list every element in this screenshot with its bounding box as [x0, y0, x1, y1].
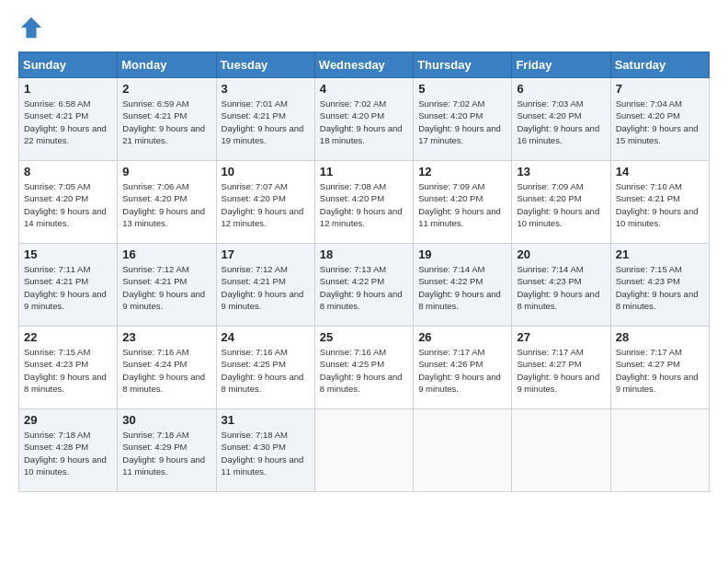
calendar-header-row: Sunday Monday Tuesday Wednesday Thursday… [19, 52, 710, 78]
calendar-day-cell: 18Sunrise: 7:13 AMSunset: 4:22 PMDayligh… [314, 244, 413, 327]
calendar-table: Sunday Monday Tuesday Wednesday Thursday… [18, 52, 710, 492]
day-number: 26 [418, 330, 506, 344]
calendar-day-cell [314, 409, 413, 492]
day-info: Sunrise: 7:07 AMSunset: 4:20 PMDaylight:… [222, 180, 310, 229]
calendar-day-cell: 14Sunrise: 7:10 AMSunset: 4:21 PMDayligh… [610, 161, 709, 244]
day-info: Sunrise: 7:15 AMSunset: 4:23 PMDaylight:… [616, 263, 704, 312]
day-info: Sunrise: 7:01 AMSunset: 4:21 PMDaylight:… [222, 98, 310, 146]
header-monday: Monday [118, 52, 216, 78]
header-wednesday: Wednesday [314, 52, 413, 78]
day-number: 13 [517, 165, 605, 178]
calendar-day-cell: 7Sunrise: 7:04 AMSunset: 4:20 PMDaylight… [610, 78, 709, 161]
day-info: Sunrise: 7:18 AMSunset: 4:29 PMDaylight:… [122, 429, 210, 477]
day-info: Sunrise: 7:16 AMSunset: 4:24 PMDaylight:… [122, 346, 210, 395]
calendar-day-cell: 10Sunrise: 7:07 AMSunset: 4:20 PMDayligh… [216, 161, 314, 244]
calendar-day-cell: 28Sunrise: 7:17 AMSunset: 4:27 PMDayligh… [610, 327, 709, 409]
day-info: Sunrise: 7:12 AMSunset: 4:21 PMDaylight:… [122, 263, 210, 312]
day-info: Sunrise: 7:03 AMSunset: 4:20 PMDaylight:… [517, 98, 605, 146]
day-number: 29 [24, 413, 112, 427]
day-number: 14 [616, 165, 704, 178]
day-number: 7 [616, 82, 704, 96]
calendar-day-cell: 30Sunrise: 7:18 AMSunset: 4:29 PMDayligh… [118, 409, 216, 492]
day-number: 2 [122, 82, 210, 96]
day-info: Sunrise: 7:10 AMSunset: 4:21 PMDaylight:… [616, 180, 704, 229]
day-number: 24 [222, 330, 310, 344]
day-number: 6 [517, 82, 605, 96]
header-thursday: Thursday [414, 52, 512, 78]
day-number: 30 [122, 413, 210, 427]
day-info: Sunrise: 7:18 AMSunset: 4:28 PMDaylight:… [24, 429, 112, 477]
day-info: Sunrise: 6:58 AMSunset: 4:21 PMDaylight:… [24, 98, 112, 146]
day-number: 11 [320, 165, 408, 178]
calendar-day-cell: 4Sunrise: 7:02 AMSunset: 4:20 PMDaylight… [314, 78, 413, 161]
calendar-day-cell: 21Sunrise: 7:15 AMSunset: 4:23 PMDayligh… [610, 244, 709, 327]
day-number: 10 [222, 165, 310, 178]
day-info: Sunrise: 7:18 AMSunset: 4:30 PMDaylight:… [222, 429, 310, 477]
calendar-day-cell: 2Sunrise: 6:59 AMSunset: 4:21 PMDaylight… [118, 78, 216, 161]
day-info: Sunrise: 7:04 AMSunset: 4:20 PMDaylight:… [616, 98, 704, 146]
day-number: 15 [24, 247, 112, 261]
calendar-day-cell [610, 409, 709, 492]
calendar-day-cell: 23Sunrise: 7:16 AMSunset: 4:24 PMDayligh… [118, 327, 216, 409]
day-info: Sunrise: 7:02 AMSunset: 4:20 PMDaylight:… [320, 98, 408, 146]
logo [18, 15, 48, 40]
day-number: 25 [320, 330, 408, 344]
day-number: 1 [24, 82, 112, 96]
day-number: 8 [24, 165, 112, 178]
calendar-day-cell: 24Sunrise: 7:16 AMSunset: 4:25 PMDayligh… [216, 327, 314, 409]
calendar-day-cell: 19Sunrise: 7:14 AMSunset: 4:22 PMDayligh… [414, 244, 512, 327]
logo-icon [18, 15, 44, 40]
day-info: Sunrise: 7:15 AMSunset: 4:23 PMDaylight:… [24, 346, 112, 395]
calendar-week-row: 29Sunrise: 7:18 AMSunset: 4:28 PMDayligh… [19, 409, 710, 492]
calendar-day-cell [512, 409, 610, 492]
calendar-day-cell: 25Sunrise: 7:16 AMSunset: 4:25 PMDayligh… [314, 327, 413, 409]
calendar-day-cell: 15Sunrise: 7:11 AMSunset: 4:21 PMDayligh… [19, 244, 118, 327]
day-info: Sunrise: 7:17 AMSunset: 4:27 PMDaylight:… [517, 346, 605, 395]
day-number: 17 [222, 247, 310, 261]
calendar-day-cell: 29Sunrise: 7:18 AMSunset: 4:28 PMDayligh… [19, 409, 118, 492]
day-number: 5 [418, 82, 506, 96]
day-info: Sunrise: 7:17 AMSunset: 4:27 PMDaylight:… [616, 346, 704, 395]
day-number: 21 [616, 247, 704, 261]
day-number: 9 [122, 165, 210, 178]
day-number: 4 [320, 82, 408, 96]
calendar-day-cell: 9Sunrise: 7:06 AMSunset: 4:20 PMDaylight… [118, 161, 216, 244]
header [18, 15, 710, 40]
day-info: Sunrise: 7:16 AMSunset: 4:25 PMDaylight:… [320, 346, 408, 395]
calendar-day-cell: 5Sunrise: 7:02 AMSunset: 4:20 PMDaylight… [414, 78, 512, 161]
calendar-day-cell: 17Sunrise: 7:12 AMSunset: 4:21 PMDayligh… [216, 244, 314, 327]
day-number: 12 [418, 165, 506, 178]
calendar-day-cell: 12Sunrise: 7:09 AMSunset: 4:20 PMDayligh… [414, 161, 512, 244]
calendar-day-cell: 31Sunrise: 7:18 AMSunset: 4:30 PMDayligh… [216, 409, 314, 492]
day-info: Sunrise: 7:14 AMSunset: 4:23 PMDaylight:… [517, 263, 605, 312]
day-info: Sunrise: 7:12 AMSunset: 4:21 PMDaylight:… [222, 263, 310, 312]
header-tuesday: Tuesday [216, 52, 314, 78]
header-friday: Friday [512, 52, 610, 78]
header-sunday: Sunday [19, 52, 118, 78]
calendar-day-cell: 6Sunrise: 7:03 AMSunset: 4:20 PMDaylight… [512, 78, 610, 161]
calendar-day-cell: 1Sunrise: 6:58 AMSunset: 4:21 PMDaylight… [19, 78, 118, 161]
calendar-day-cell: 16Sunrise: 7:12 AMSunset: 4:21 PMDayligh… [118, 244, 216, 327]
calendar-day-cell: 22Sunrise: 7:15 AMSunset: 4:23 PMDayligh… [19, 327, 118, 409]
calendar-day-cell [414, 409, 512, 492]
day-number: 20 [517, 247, 605, 261]
day-info: Sunrise: 7:08 AMSunset: 4:20 PMDaylight:… [320, 180, 408, 229]
day-info: Sunrise: 7:09 AMSunset: 4:20 PMDaylight:… [418, 180, 506, 229]
day-info: Sunrise: 7:16 AMSunset: 4:25 PMDaylight:… [222, 346, 310, 395]
calendar-day-cell: 20Sunrise: 7:14 AMSunset: 4:23 PMDayligh… [512, 244, 610, 327]
calendar-day-cell: 8Sunrise: 7:05 AMSunset: 4:20 PMDaylight… [19, 161, 118, 244]
day-number: 28 [616, 330, 704, 344]
day-number: 23 [122, 330, 210, 344]
day-info: Sunrise: 7:11 AMSunset: 4:21 PMDaylight:… [24, 263, 112, 312]
day-info: Sunrise: 7:05 AMSunset: 4:20 PMDaylight:… [24, 180, 112, 229]
day-number: 31 [222, 413, 310, 427]
day-number: 27 [517, 330, 605, 344]
calendar-day-cell: 13Sunrise: 7:09 AMSunset: 4:20 PMDayligh… [512, 161, 610, 244]
calendar-week-row: 1Sunrise: 6:58 AMSunset: 4:21 PMDaylight… [19, 78, 710, 161]
day-info: Sunrise: 7:13 AMSunset: 4:22 PMDaylight:… [320, 263, 408, 312]
calendar-week-row: 8Sunrise: 7:05 AMSunset: 4:20 PMDaylight… [19, 161, 710, 244]
day-info: Sunrise: 7:09 AMSunset: 4:20 PMDaylight:… [517, 180, 605, 229]
header-saturday: Saturday [610, 52, 709, 78]
day-number: 18 [320, 247, 408, 261]
day-info: Sunrise: 7:06 AMSunset: 4:20 PMDaylight:… [122, 180, 210, 229]
